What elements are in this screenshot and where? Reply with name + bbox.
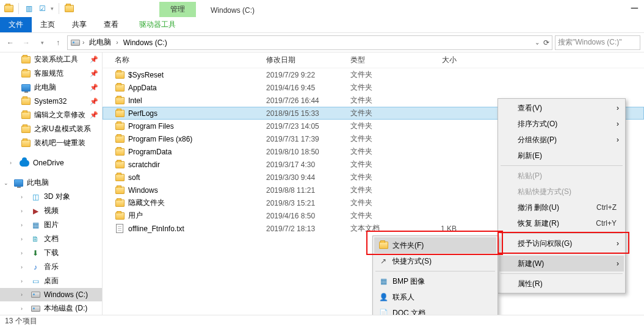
sidebar-item[interactable]: 客服规范📌 [0, 66, 102, 81]
tab-file[interactable]: 文件 [0, 17, 32, 32]
folder-icon [378, 240, 388, 250]
menu-new[interactable]: 新建(W)› [499, 256, 624, 271]
nav-forward[interactable]: → [20, 36, 33, 49]
sidebar-item[interactable]: ›⬇下载 [0, 246, 102, 260]
submenu-shortcut[interactable]: ↗ 快捷方式(S) [374, 253, 496, 269]
file-type: 文件夹 [347, 146, 413, 157]
address-refresh-icon[interactable]: ⟳ [543, 38, 549, 47]
tab-view[interactable]: 查看 [95, 17, 127, 32]
nav-back[interactable]: ← [4, 36, 17, 49]
col-name[interactable]: 名称 [111, 55, 262, 65]
sidebar-item[interactable]: ›♪音乐 [0, 260, 102, 274]
menu-grant-access[interactable]: 授予访问权限(G)› [499, 235, 624, 251]
sidebar-item-label: 图片 [44, 220, 59, 230]
sidebar-item[interactable]: ›Windows (C:) [0, 288, 102, 301]
crumb-drive[interactable]: Windows (C:) [121, 37, 170, 48]
file-name: ProgramData [128, 148, 172, 156]
sidebar-item-label: 此电脑 [34, 82, 56, 93]
search-box[interactable]: 搜索"Windows (C:)" [555, 35, 640, 50]
sidebar-item[interactable]: ›◫3D 对象 [0, 190, 102, 204]
crumb-thispc[interactable]: 此电脑 [87, 36, 114, 49]
menu-redo-new[interactable]: 恢复 新建(R)Ctrl+Y [499, 215, 624, 231]
contextual-tab-manage[interactable]: 管理 [159, 2, 196, 17]
sidebar-onedrive-label: OneDrive [33, 159, 64, 167]
sidebar-item[interactable]: ›🗎文档 [0, 232, 102, 246]
sidebar-thispc[interactable]: ⌄ 此电脑 [0, 176, 102, 190]
sidebar-item-label: System32 [34, 97, 67, 106]
file-name: scratchdir [128, 160, 160, 169]
sidebar-item[interactable]: ›▦图片 [0, 218, 102, 232]
menu-view[interactable]: 查看(V)› [499, 100, 624, 116]
sidebar-item[interactable]: 此电脑📌 [0, 81, 102, 95]
sidebar-item[interactable]: System32📌 [0, 95, 102, 108]
submenu-folder[interactable]: 文件夹(F) [374, 237, 496, 253]
submenu-contact[interactable]: 👤 联系人 [374, 289, 496, 305]
text-file-icon [115, 224, 125, 234]
context-submenu-new[interactable]: 文件夹(F) ↗ 快捷方式(S) ▦ BMP 图像 👤 联系人 📄 DOC 文档… [372, 235, 498, 315]
video-icon: ▶ [31, 206, 40, 216]
sidebar-onedrive[interactable]: › OneDrive [0, 156, 102, 170]
qat-properties-icon[interactable]: ▥ [24, 4, 34, 13]
sidebar-thispc-label: 此电脑 [27, 178, 49, 188]
menu-sort[interactable]: 排序方式(O)› [499, 116, 624, 132]
tab-home[interactable]: 主页 [32, 17, 63, 32]
folder-icon [21, 69, 31, 79]
col-date[interactable]: 修改日期 [262, 55, 347, 65]
dl-icon: ⬇ [31, 248, 40, 258]
pic-icon: ▦ [31, 220, 40, 230]
folder-icon [21, 96, 31, 106]
file-type: 文件夹 [347, 70, 413, 80]
nav-pane[interactable]: 安装系统工具📌客服规范📌此电脑📌System32📌编辑之文章修改📌之家U盘模式装… [0, 52, 103, 315]
file-type: 文本文档 [347, 223, 413, 234]
titlebar: ▥ ☑ ▾ 管理 Windows (C:) ─ [0, 0, 644, 17]
file-date: 2018/9/15 15:33 [262, 109, 347, 118]
file-name: Program Files (x86) [128, 135, 192, 143]
pin-icon: 📌 [90, 84, 98, 92]
menu-undo-delete[interactable]: 撤消 删除(U)Ctrl+Z [499, 199, 624, 215]
contact-icon: 👤 [378, 292, 388, 302]
file-type: 文件夹 [347, 95, 413, 106]
menu-paste-shortcut: 粘贴快捷方式(S) [499, 184, 624, 199]
sidebar-item-label: 编辑之文章修改 [34, 110, 85, 120]
sidebar-item[interactable]: 编辑之文章修改📌 [0, 108, 102, 122]
sidebar-item[interactable]: 装机吧一键重装 [0, 136, 102, 150]
address-dropdown-icon[interactable]: ⌄ [535, 39, 540, 46]
file-date: 2019/8/10 18:50 [262, 148, 347, 156]
cloud-icon [20, 158, 29, 168]
sidebar-item[interactable]: ›本地磁盘 (D:) [0, 301, 102, 315]
doc-icon: 🗎 [31, 234, 40, 244]
sidebar-item-label: 3D 对象 [44, 192, 70, 202]
nav-recent[interactable]: ▾ [35, 36, 49, 49]
sidebar-item[interactable]: ›▭桌面 [0, 274, 102, 288]
address-bar[interactable]: › 此电脑 › Windows (C:) ⌄ ⟳ [67, 35, 552, 50]
folder-icon [115, 121, 125, 131]
sidebar-item[interactable]: 之家U盘模式装系 [0, 122, 102, 136]
pin-icon: 📌 [90, 98, 98, 106]
context-menu[interactable]: 查看(V)› 排序方式(O)› 分组依据(P)› 刷新(E) 粘贴(P) 粘贴快… [497, 98, 626, 293]
tab-drive-tools[interactable]: 驱动器工具 [131, 17, 184, 32]
file-row[interactable]: AppData2019/4/16 9:45文件夹 [103, 81, 644, 94]
qat-refresh-icon[interactable]: ☑ [37, 4, 47, 13]
file-row[interactable]: $SysReset2019/7/29 9:22文件夹 [103, 68, 644, 81]
minimize-button[interactable]: ─ [631, 2, 638, 13]
menu-paste: 粘贴(P) [499, 168, 624, 184]
nav-up[interactable]: ↑ [51, 36, 65, 49]
qat-folder-icon[interactable] [64, 4, 74, 13]
drive-icon [31, 290, 40, 300]
folder-icon [115, 134, 125, 144]
col-type[interactable]: 类型 [347, 55, 413, 65]
col-size[interactable]: 大小 [413, 55, 470, 65]
menu-group[interactable]: 分组依据(P)› [499, 132, 624, 148]
submenu-bmp[interactable]: ▦ BMP 图像 [374, 273, 496, 289]
sidebar-item[interactable]: ›▶视频 [0, 204, 102, 218]
submenu-doc[interactable]: 📄 DOC 文档 [374, 305, 496, 315]
sidebar-item-label: 之家U盘模式装系 [34, 124, 91, 134]
app-icon [4, 4, 13, 13]
tab-share[interactable]: 共享 [63, 17, 95, 32]
menu-properties[interactable]: 属性(R) [499, 276, 624, 292]
column-headers[interactable]: 名称 修改日期 类型 大小 [103, 52, 644, 68]
file-date: 2019/8/8 11:21 [262, 186, 347, 195]
sidebar-item[interactable]: 安装系统工具📌 [0, 52, 102, 66]
menu-refresh[interactable]: 刷新(E) [499, 148, 624, 164]
file-name: 隐藏文件夹 [128, 198, 165, 208]
